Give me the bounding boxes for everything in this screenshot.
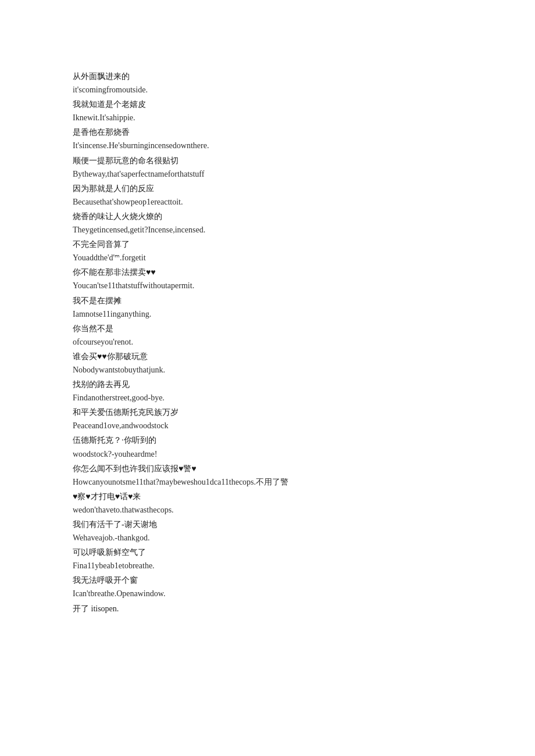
english-line-13: woodstock?-youheardme! bbox=[73, 447, 462, 461]
english-line-11: Findanotherstreet,good-bye. bbox=[73, 391, 462, 404]
english-line-6: Youaddthe'd'ᵐ.forgetit bbox=[73, 251, 462, 264]
line-pair-6: 不完全同音算了Youaddthe'd'ᵐ.forgetit bbox=[73, 238, 462, 264]
line-pair-5: 烧香的味让人火烧火燎的Theygetincensed,getit?Incense… bbox=[73, 210, 462, 237]
english-line-3: Bytheway,that'saperfectnameforthatstuff bbox=[73, 167, 462, 181]
chinese-line-10: 谁会买♥♥你那破玩意 bbox=[73, 350, 462, 363]
english-line-5: Theygetincensed,getit?Incense,incensed. bbox=[73, 223, 462, 237]
line-pair-15: ♥察♥才打电♥话♥来wedon'thaveto.thatwasthecops. bbox=[73, 490, 462, 517]
line-pair-11: 找别的路去再见Findanotherstreet,good-bye. bbox=[73, 378, 462, 404]
main-content: 从外面飘进来的it'scomingfromoutside.我就知道是个老嬉皮Ik… bbox=[73, 70, 462, 617]
line-pair-17: 可以呼吸新鲜空气了Fina11ybeab1etobreathe. bbox=[73, 546, 462, 572]
chinese-line-18: 我无法呼吸开个窗 bbox=[73, 574, 462, 587]
chinese-line-14: 你怎么闻不到也许我们应该报♥警♥ bbox=[73, 462, 462, 475]
english-line-17: Fina11ybeab1etobreathe. bbox=[73, 559, 462, 572]
chinese-line-12: 和平关爱伍德斯托克民族万岁 bbox=[73, 406, 462, 419]
chinese-line-9: 你当然不是 bbox=[73, 322, 462, 335]
chinese-line-1: 我就知道是个老嬉皮 bbox=[73, 98, 462, 111]
line-pair-12: 和平关爱伍德斯托克民族万岁Peaceand1ove,andwoodstock bbox=[73, 406, 462, 432]
line-pair-4: 因为那就是人们的反应Becausethat'showpeop1ereacttoi… bbox=[73, 182, 462, 209]
english-line-8: Iamnotse11inganything. bbox=[73, 307, 462, 321]
line-pair-16: 我们有活干了-谢天谢地Wehaveajob.-thankgod. bbox=[73, 518, 462, 544]
line-pair-10: 谁会买♥♥你那破玩意Nobodywantstobuythatjunk. bbox=[73, 350, 462, 377]
english-line-2: It'sincense.He'sburningincensedownthere. bbox=[73, 139, 462, 152]
line-pair-18: 我无法呼吸开个窗Ican'tbreathe.Openawindow. bbox=[73, 574, 462, 600]
line-pair-14: 你怎么闻不到也许我们应该报♥警♥Howcanyounotsme11that?ma… bbox=[73, 462, 462, 489]
line-pair-13: 伍德斯托克？·你听到的woodstock?-youheardme! bbox=[73, 433, 462, 460]
chinese-line-11: 找别的路去再见 bbox=[73, 378, 462, 391]
english-line-0: it'scomingfromoutside. bbox=[73, 83, 462, 96]
line-pair-2: 是香他在那烧香It'sincense.He'sburningincensedow… bbox=[73, 126, 462, 152]
chinese-line-4: 因为那就是人们的反应 bbox=[73, 182, 462, 195]
english-line-15: wedon'thaveto.thatwasthecops. bbox=[73, 503, 462, 517]
chinese-line-16: 我们有活干了-谢天谢地 bbox=[73, 518, 462, 531]
line-pair-3: 顺便一提那玩意的命名很贴切Bytheway,that'saperfectname… bbox=[73, 154, 462, 181]
chinese-line-15: ♥察♥才打电♥话♥来 bbox=[73, 490, 462, 503]
chinese-line-7: 你不能在那非法摆卖♥♥ bbox=[73, 266, 462, 279]
line-pair-19: 开了 itisopen. bbox=[73, 602, 462, 615]
english-line-7: Youcan'tse11thatstuffwithoutapermit. bbox=[73, 279, 462, 292]
english-line-4: Becausethat'showpeop1ereacttoit. bbox=[73, 195, 462, 209]
english-line-18: Ican'tbreathe.Openawindow. bbox=[73, 587, 462, 600]
chinese-line-17: 可以呼吸新鲜空气了 bbox=[73, 546, 462, 559]
line-pair-7: 你不能在那非法摆卖♥♥Youcan'tse11thatstuffwithouta… bbox=[73, 266, 462, 292]
english-line-1: Iknewit.It'sahippie. bbox=[73, 111, 462, 124]
line-pair-0: 从外面飘进来的it'scomingfromoutside. bbox=[73, 70, 462, 96]
chinese-line-0: 从外面飘进来的 bbox=[73, 70, 462, 83]
chinese-line-2: 是香他在那烧香 bbox=[73, 126, 462, 139]
chinese-line-5: 烧香的味让人火烧火燎的 bbox=[73, 210, 462, 223]
english-line-14: Howcanyounotsme11that?maybeweshou1dca11t… bbox=[73, 475, 462, 489]
english-line-9: ofcourseyou'renot. bbox=[73, 335, 462, 349]
english-line-16: Wehaveajob.-thankgod. bbox=[73, 531, 462, 544]
english-line-10: Nobodywantstobuythatjunk. bbox=[73, 363, 462, 377]
english-line-12: Peaceand1ove,andwoodstock bbox=[73, 419, 462, 432]
line-pair-1: 我就知道是个老嬉皮Iknewit.It'sahippie. bbox=[73, 98, 462, 124]
chinese-line-19: 开了 itisopen. bbox=[73, 602, 462, 615]
chinese-line-6: 不完全同音算了 bbox=[73, 238, 462, 251]
line-pair-8: 我不是在摆摊Iamnotse11inganything. bbox=[73, 294, 462, 321]
chinese-line-3: 顺便一提那玩意的命名很贴切 bbox=[73, 154, 462, 167]
line-pair-9: 你当然不是ofcourseyou'renot. bbox=[73, 322, 462, 349]
chinese-line-8: 我不是在摆摊 bbox=[73, 294, 462, 307]
chinese-line-13: 伍德斯托克？·你听到的 bbox=[73, 433, 462, 447]
